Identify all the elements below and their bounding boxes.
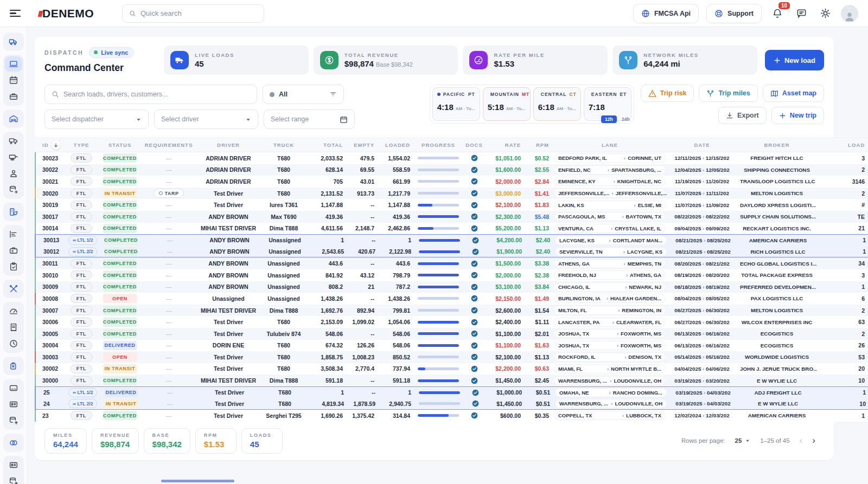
sidebar-item-dashboard-icon[interactable] — [5, 56, 22, 72]
column-header-empty[interactable]: EMPTY — [346, 142, 378, 148]
load-row-30014[interactable]: 30014FTLCOMPLETED—MIHAI TEST DRIVERDima … — [35, 223, 868, 235]
column-header-id[interactable]: ID — [35, 140, 64, 150]
clock-eastern[interactable]: EASTERNET7:1812h24h — [584, 87, 631, 121]
load-row-30006[interactable]: 30006FTLCOMPLETED—Test DriverT6802,153.0… — [35, 316, 868, 328]
quick-search[interactable] — [122, 4, 264, 23]
load-row-30004[interactable]: 30004FTLDELIVERED—DORIN ENET680674.32126… — [35, 340, 868, 352]
load-row-30020[interactable]: 30020FTLIN TRANSITTARPTest DriverT6802,1… — [35, 188, 868, 199]
load-row-30013[interactable]: 30013∞ LTL 1/2COMPLETED—ANDY BROWNUnassi… — [35, 234, 868, 246]
load-row-24[interactable]: 24∞ LTL 2/2IN TRANSIT—Test DriverT6804,8… — [35, 398, 868, 410]
column-header-broker[interactable]: BROKER — [737, 142, 817, 148]
load-row-30021[interactable]: 30021FTLCOMPLETED—ADRIAN DRIVERT68070543… — [35, 176, 868, 188]
sidebar-item-driver-icon[interactable] — [5, 166, 22, 181]
load-row-30008[interactable]: 30008FTLOPEN—UnassignedUnassigned1,438.2… — [35, 293, 868, 305]
column-header-rpm[interactable]: RPM — [524, 142, 552, 148]
column-header-total[interactable]: TOTAL — [307, 142, 346, 148]
column-header-date[interactable]: DATE — [667, 142, 737, 148]
column-header-progress[interactable]: PROGRESS — [413, 142, 463, 148]
page-size-select[interactable]: 25 — [735, 437, 751, 444]
clock-mountain[interactable]: MOUNTAINMT5:18AM · Tu... — [483, 87, 531, 121]
loads-search-input[interactable]: Search loads, drivers, customers... — [44, 85, 257, 104]
sidebar-item-database-up-icon[interactable] — [5, 413, 22, 428]
column-header-lane[interactable]: LANE — [552, 142, 667, 148]
export-button[interactable]: Export — [718, 107, 767, 124]
support-button[interactable]: Support — [706, 4, 762, 23]
load-row-30019[interactable]: 30019FTLCOMPLETED—Test DriverIures T3611… — [35, 199, 868, 211]
menu-icon[interactable] — [10, 10, 21, 17]
date-range-select[interactable]: Select range — [264, 109, 355, 129]
sidebar-item-fuel-icon[interactable] — [5, 358, 22, 373]
prev-page-button[interactable]: ‹ — [800, 435, 803, 446]
dispatcher-select[interactable]: Select dispatcher — [44, 109, 149, 129]
sidebar-item-rings-icon[interactable] — [5, 435, 22, 450]
sidebar-item-database-upload-icon[interactable] — [5, 474, 22, 484]
sidebar-item-cards-icon[interactable] — [5, 380, 22, 396]
sidebar-item-warehouse-icon[interactable] — [5, 111, 22, 126]
new-trip-button[interactable]: New trip — [771, 107, 824, 124]
summary-value: 45 — [250, 440, 274, 449]
sidebar-item-case-icon[interactable] — [5, 243, 22, 258]
column-header-load[interactable]: LOAD — [817, 142, 868, 148]
clock-central[interactable]: CENTRALCT6:18AM · Tu... — [533, 87, 581, 121]
load-row-30011[interactable]: 30011FTLCOMPLETED—ANDY BROWNUnassigned44… — [35, 257, 868, 269]
clock-pacific[interactable]: PACIFICPT4:18AM · Tu... — [432, 87, 480, 121]
sidebar-item-truck-icon[interactable] — [5, 34, 22, 49]
sidebar-item-payroll-icon[interactable] — [5, 397, 22, 412]
next-page-button[interactable]: › — [812, 435, 815, 446]
trip-miles-button[interactable]: Trip miles — [699, 85, 757, 102]
column-header-type[interactable]: TYPE — [64, 142, 99, 148]
load-row-25[interactable]: 25∞ LTL 1/2DELIVERED—Test DriverT6801--1… — [35, 386, 868, 398]
load-row-30010[interactable]: 30010FTLCOMPLETED—ANDY BROWNUnassigned84… — [35, 269, 868, 281]
trip-risk-button[interactable]: Trip risk — [641, 85, 694, 102]
quick-search-input[interactable] — [141, 9, 257, 17]
sidebar-item-briefcase-icon[interactable] — [5, 89, 22, 104]
load-row-23[interactable]: 23FTLCOMPLETED—Test DriverSerghei T2951,… — [35, 410, 868, 422]
load-row-30022[interactable]: 30022FTLCOMPLETED—ADRIAN DRIVERT680628.1… — [35, 164, 868, 176]
load-row-30000[interactable]: 30000FTLCOMPLETED—MIHAI TEST DRIVERDima … — [35, 375, 868, 386]
load-row-30017[interactable]: 30017FTLCOMPLETED—ANDY BROWNMax T690419.… — [35, 211, 868, 223]
column-header-status[interactable]: STATUS — [99, 142, 141, 148]
toggle-12h[interactable]: 12h — [601, 115, 617, 123]
sidebar-item-tools-icon[interactable] — [5, 281, 22, 296]
timezone-abbr: ET — [620, 92, 627, 97]
sidebar-item-rank-chart-icon[interactable] — [5, 227, 22, 242]
requirements-empty: — — [144, 166, 193, 173]
notifications-button[interactable]: 10 — [769, 5, 786, 22]
new-load-button[interactable]: New load — [765, 50, 824, 70]
load-row-30007[interactable]: 30007FTLCOMPLETED—MIHAI TEST DRIVERDima … — [35, 305, 868, 317]
sidebar-item-trailer-icon[interactable] — [5, 150, 22, 165]
load-row-30002[interactable]: 30002FTLIN TRANSIT—Test DriverT6803,508.… — [35, 363, 868, 375]
load-row-30012[interactable]: 30012∞ LTL 2/2COMPLETED—ANDY BROWNUnassi… — [35, 246, 868, 258]
cell-date: 08/19/2025 › 08/20/202 — [667, 272, 737, 278]
sidebar-item-truck-trailer-icon[interactable] — [5, 133, 22, 149]
load-row-30005[interactable]: 30005FTLCOMPLETED—Test DriverTulubeiv 87… — [35, 328, 868, 340]
messages-button[interactable] — [793, 5, 809, 22]
sidebar-item-payment-icon[interactable] — [5, 457, 22, 473]
scope-select[interactable]: All — [263, 85, 344, 104]
cell-load-number: 10 — [817, 377, 868, 384]
sidebar-item-database-add-icon[interactable] — [5, 182, 22, 197]
column-header-loaded[interactable]: LOADED — [378, 142, 413, 148]
load-row-30023[interactable]: 30023FTLCOMPLETED—ADRIAN DRIVERT6802,033… — [35, 152, 868, 164]
load-row-30009[interactable]: 30009FTLCOMPLETED—ANDY BROWNUnassigned80… — [35, 281, 868, 293]
sidebar-item-clock-icon[interactable] — [5, 336, 22, 351]
ftl-badge: FTL — [71, 352, 93, 362]
horizontal-scrollbar[interactable] — [161, 480, 234, 482]
theme-toggle-button[interactable] — [817, 5, 833, 22]
column-header-truck[interactable]: TRUCK — [260, 142, 307, 148]
column-header-docs[interactable]: DOCS — [463, 142, 485, 148]
load-row-30003[interactable]: 30003FTLOPEN—Test DriverT6801,858.751,00… — [35, 351, 868, 363]
column-header-rate[interactable]: RATE — [485, 142, 524, 148]
fmcsa-api-button[interactable]: FMCSA Api — [633, 4, 699, 23]
column-header-requirements[interactable]: REQUIREMENTS — [141, 142, 196, 148]
sidebar-item-company-shield-icon[interactable] — [5, 204, 22, 220]
driver-select[interactable]: Select driver — [154, 109, 258, 129]
toggle-24h[interactable]: 24h — [622, 117, 630, 122]
sidebar-item-invoice-icon[interactable] — [5, 320, 22, 335]
column-header-driver[interactable]: DRIVER — [196, 142, 260, 148]
sidebar-item-gauge-icon[interactable] — [5, 304, 22, 319]
asset-map-button[interactable]: Asset map — [763, 85, 824, 102]
avatar[interactable] — [841, 5, 858, 22]
sidebar-item-calendar-icon[interactable] — [5, 73, 22, 88]
sidebar-item-clipboard-check-icon[interactable] — [5, 259, 22, 274]
